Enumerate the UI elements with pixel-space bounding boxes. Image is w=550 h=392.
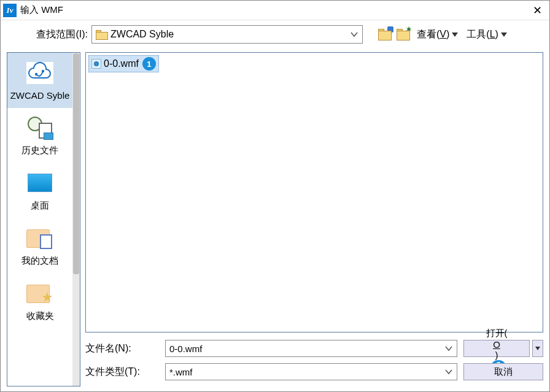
filetype-value: *.wmf	[169, 367, 444, 377]
import-wmf-dialog: Iv 输入 WMF ✕ 查找范围(I): ZWCAD Syble ✶ 查看(V)…	[0, 0, 550, 392]
filename-value: 0-0.wmf	[169, 344, 444, 354]
sidebar-item-label: ZWCAD Syble	[10, 90, 70, 101]
lookin-row: 查找范围(I): ZWCAD Syble ✶ 查看(V) 工具(L)	[1, 20, 549, 48]
file-name: 0-0.wmf	[104, 58, 139, 69]
close-button[interactable]: ✕	[527, 2, 547, 19]
sidebar-item-label: 历史文件	[21, 145, 58, 156]
chevron-down-icon	[350, 30, 358, 39]
cancel-label: 取消	[494, 366, 513, 378]
sidebar-item-zwcad-syble[interactable]: ZWCAD Syble	[7, 53, 72, 108]
file-list[interactable]: 0-0.wmf 1	[85, 52, 543, 332]
lookin-combo[interactable]: ZWCAD Syble	[91, 25, 363, 44]
open-button[interactable]: 打开(O) 2	[463, 340, 530, 357]
sidebar-item-label: 收藏夹	[26, 310, 54, 322]
toolbar-right: ✶ 查看(V) 工具(L)	[378, 27, 509, 42]
body: ZWCAD Syble 历史文件 桌面	[1, 48, 549, 391]
back-folder-button[interactable]	[378, 28, 392, 41]
caret-down-icon	[452, 29, 458, 40]
caret-down-icon	[501, 29, 507, 40]
sidebar-item-favorites[interactable]: ★ 收藏夹	[7, 274, 72, 329]
lookin-label: 查找范围(I):	[7, 28, 91, 41]
documents-icon	[26, 226, 53, 250]
sidebar-scrollbar[interactable]	[72, 53, 80, 386]
view-label-pre: 查看(	[417, 28, 440, 41]
sidebar-item-documents[interactable]: 我的文档	[7, 218, 72, 274]
tools-key: L	[490, 29, 495, 40]
favorites-icon: ★	[26, 281, 53, 306]
tools-menu-button[interactable]: 工具(L)	[464, 27, 509, 42]
filename-label: 文件名(N):	[85, 342, 159, 355]
scrollbar-thumb[interactable]	[73, 53, 79, 274]
folder-icon	[96, 30, 107, 39]
app-icon: Iv	[3, 4, 17, 17]
open-key: O	[493, 339, 500, 350]
chevron-down-icon	[444, 367, 453, 376]
dialog-title: 输入 WMF	[20, 4, 527, 16]
sidebar-item-label: 我的文档	[21, 255, 58, 267]
tools-label-post: )	[495, 29, 498, 40]
filetype-label: 文件类型(T):	[85, 366, 159, 379]
lookin-value: ZWCAD Syble	[110, 29, 350, 40]
titlebar: Iv 输入 WMF ✕	[1, 1, 549, 20]
open-label-pre: 打开(	[486, 328, 508, 339]
filename-row: 文件名(N): 0-0.wmf 打开(O) 2	[85, 340, 543, 357]
filetype-row: 文件类型(T): *.wmf 取消	[85, 363, 543, 380]
filetype-combo[interactable]: *.wmf	[165, 363, 457, 380]
cloud-icon	[26, 61, 53, 85]
view-menu-button[interactable]: 查看(V)	[414, 27, 460, 42]
sidebar-item-history[interactable]: 历史文件	[7, 108, 72, 163]
tools-label-pre: 工具(	[467, 28, 489, 41]
chevron-down-icon	[444, 344, 453, 353]
sidebar-item-desktop[interactable]: 桌面	[7, 163, 72, 218]
history-icon	[26, 115, 53, 140]
view-key: V	[440, 29, 446, 40]
open-dropdown-button[interactable]	[532, 340, 543, 357]
bottom-form: 文件名(N): 0-0.wmf 打开(O) 2	[85, 332, 543, 386]
file-item[interactable]: 0-0.wmf 1	[88, 55, 159, 72]
main-area: 0-0.wmf 1 文件名(N): 0-0.wmf 打开(O)	[85, 52, 543, 386]
new-folder-button[interactable]: ✶	[396, 28, 411, 41]
wmf-file-icon	[91, 59, 101, 69]
view-label-post: )	[446, 29, 449, 40]
annotation-badge: 1	[142, 57, 156, 71]
desktop-icon	[26, 171, 53, 195]
sidebar-item-label: 桌面	[31, 200, 49, 212]
places-sidebar: ZWCAD Syble 历史文件 桌面	[7, 52, 80, 386]
open-label-post: )	[495, 350, 498, 360]
cancel-button[interactable]: 取消	[463, 363, 543, 380]
filename-combo[interactable]: 0-0.wmf	[165, 340, 457, 357]
